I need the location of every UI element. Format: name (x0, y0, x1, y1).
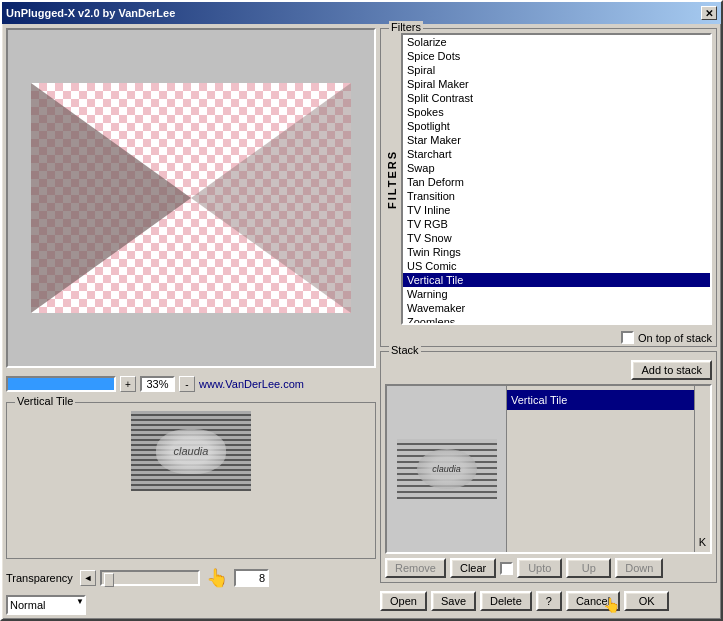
ok-button[interactable]: OK (624, 591, 669, 611)
vt-logo: claudia (156, 429, 226, 474)
filter-item-spice-dots[interactable]: Spice Dots (403, 49, 710, 63)
transparency-row: Transparency ◄ 👆 8 (6, 567, 376, 589)
stack-group-label: Stack (389, 344, 421, 356)
thumb-logo: claudia (417, 449, 477, 489)
filter-list[interactable]: Solarize Spice Dots Spiral Spiral Maker … (401, 33, 712, 325)
upto-wrapper: Upto (500, 558, 562, 578)
stack-item-list: claudia Vertical Tile (387, 386, 694, 552)
add-to-stack-button[interactable]: Add to stack (631, 360, 712, 380)
bottom-row: Open Save Delete ? Cancel 👆 OK (380, 587, 717, 615)
filter-item-wavemaker[interactable]: Wavemaker (403, 301, 710, 315)
transparency-slider[interactable] (100, 570, 200, 586)
filter-item-tv-inline[interactable]: TV Inline (403, 203, 710, 217)
stack-content: claudia Vertical Tile K (385, 384, 712, 554)
stack-item-row: claudia Vertical Tile (387, 386, 694, 552)
filter-item-zoomlens[interactable]: Zoomlens (403, 315, 710, 325)
thumb-inner: claudia (397, 439, 497, 499)
zoom-minus-button[interactable]: - (179, 376, 195, 392)
filters-group: Filters FILTERS Solarize Spice Dots Spir… (380, 28, 717, 347)
left-panel: + 33% - www.VanDerLee.com Vertical Tile … (6, 28, 376, 615)
right-panel: Filters FILTERS Solarize Spice Dots Spir… (380, 28, 717, 615)
vt-preview: claudia (131, 411, 251, 491)
filters-container: FILTERS Solarize Spice Dots Spiral Spira… (381, 29, 716, 329)
transparency-label: Transparency (6, 572, 76, 584)
filter-item-spotlight[interactable]: Spotlight (403, 119, 710, 133)
upto-button[interactable]: Upto (517, 558, 562, 578)
filter-item-tv-snow[interactable]: TV Snow (403, 231, 710, 245)
titlebar: UnPlugged-X v2.0 by VanDerLee ✕ (2, 2, 721, 24)
filter-item-star-maker[interactable]: Star Maker (403, 133, 710, 147)
svg-marker-0 (31, 83, 191, 313)
stack-top-row: Add to stack (381, 352, 716, 384)
filters-vertical-text: FILTERS (385, 33, 399, 325)
zoom-plus-button[interactable]: + (120, 376, 136, 392)
filter-item-starchart[interactable]: Starchart (403, 147, 710, 161)
mode-select[interactable]: Normal Multiply Screen Overlay (6, 595, 86, 615)
slider-left-arrow[interactable]: ◄ (80, 570, 96, 586)
preview-canvas (31, 83, 351, 313)
cancel-hand-icon: 👆 (603, 597, 620, 613)
slider-thumb (104, 573, 114, 587)
up-button[interactable]: Up (566, 558, 611, 578)
filter-item-tv-rgb[interactable]: TV RGB (403, 217, 710, 231)
filter-settings-label: Vertical Tile (15, 395, 75, 407)
remove-button[interactable]: Remove (385, 558, 446, 578)
filter-item-us-comic[interactable]: US Comic (403, 259, 710, 273)
filter-item-warning[interactable]: Warning (403, 287, 710, 301)
help-button[interactable]: ? (536, 591, 562, 611)
on-top-label: On top of stack (638, 332, 712, 344)
stack-option-row: On top of stack (381, 329, 716, 346)
down-button[interactable]: Down (615, 558, 663, 578)
stack-group: Stack Add to stack claudia (380, 351, 717, 583)
window-title: UnPlugged-X v2.0 by VanDerLee (6, 7, 175, 19)
delete-button[interactable]: Delete (480, 591, 532, 611)
filter-item-tan-deform[interactable]: Tan Deform (403, 175, 710, 189)
stack-item-details: Vertical Tile (507, 386, 694, 552)
zoom-display: 33% (140, 376, 175, 392)
toolbar-row: + 33% - www.VanDerLee.com (6, 372, 376, 396)
stack-k-label: K (694, 386, 710, 552)
open-button[interactable]: Open (380, 591, 427, 611)
mode-dropdown-wrapper: Normal Multiply Screen Overlay (6, 595, 86, 615)
clear-button[interactable]: Clear (450, 558, 496, 578)
svg-marker-1 (191, 83, 351, 313)
transparency-value-field[interactable]: 8 (234, 569, 269, 587)
close-button[interactable]: ✕ (701, 6, 717, 20)
main-window: UnPlugged-X v2.0 by VanDerLee ✕ (0, 0, 723, 621)
filter-item-split-contrast[interactable]: Split Contrast (403, 91, 710, 105)
filter-item-twin-rings[interactable]: Twin Rings (403, 245, 710, 259)
filter-settings-group: Vertical Tile claudia (6, 402, 376, 559)
on-top-checkbox[interactable] (621, 331, 634, 344)
filter-item-transition[interactable]: Transition (403, 189, 710, 203)
cancel-button[interactable]: Cancel 👆 (566, 591, 620, 611)
progress-fill (8, 378, 114, 390)
thumb-logo-text: claudia (432, 464, 461, 474)
filter-item-swap[interactable]: Swap (403, 161, 710, 175)
filter-item-solarize[interactable]: Solarize (403, 35, 710, 49)
hand-cursor-icon: 👆 (206, 567, 228, 589)
filter-item-spokes[interactable]: Spokes (403, 105, 710, 119)
save-button[interactable]: Save (431, 591, 476, 611)
stack-selected-item[interactable]: Vertical Tile (507, 390, 694, 410)
preview-svg (31, 83, 351, 313)
mode-row: Normal Multiply Screen Overlay (6, 595, 376, 615)
upto-checkbox[interactable] (500, 562, 513, 575)
slider-arrow-left[interactable]: ◄ (80, 570, 96, 586)
vt-logo-text: claudia (174, 445, 209, 457)
filters-group-label: Filters (389, 21, 423, 33)
vt-preview-container: claudia (11, 407, 371, 487)
filter-item-spiral-maker[interactable]: Spiral Maker (403, 77, 710, 91)
preview-area (6, 28, 376, 368)
stack-thumbnail: claudia (387, 386, 507, 552)
url-display: www.VanDerLee.com (199, 378, 304, 390)
filter-item-spiral[interactable]: Spiral (403, 63, 710, 77)
stack-bottom-row: Remove Clear Upto Up Down (381, 554, 716, 582)
filter-item-vertical-tile[interactable]: Vertical Tile (403, 273, 710, 287)
progress-bar (6, 376, 116, 392)
